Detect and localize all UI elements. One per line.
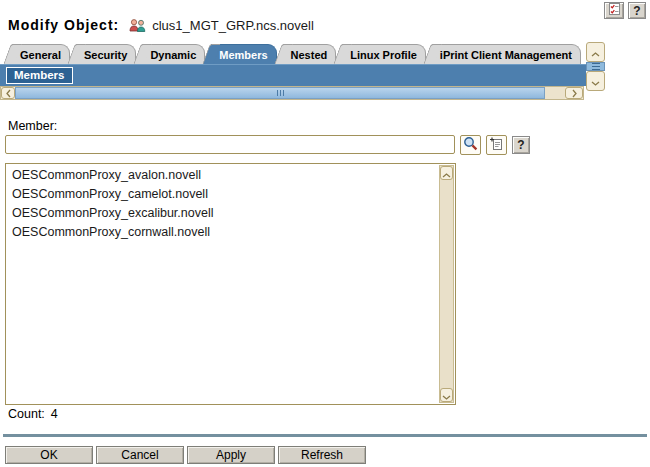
chevron-down-icon — [442, 386, 451, 404]
tab-nested[interactable]: Nested — [283, 44, 337, 64]
list-scroll-track[interactable] — [440, 180, 453, 388]
members-section-bar: Members — [0, 64, 586, 86]
magnifier-icon — [463, 136, 478, 154]
members-subtab[interactable]: Members — [6, 67, 73, 84]
tab-scroll-down-button[interactable] — [586, 71, 605, 91]
footer-buttons: OKCancelApplyRefresh — [5, 446, 366, 464]
tab-overflow-scrollbar — [586, 42, 605, 84]
chevron-up-icon — [591, 43, 600, 61]
modify-object-window: ? Modify Object: clus1_MGT_GRP.ncs.novel… — [0, 0, 650, 467]
tab-security[interactable]: Security — [76, 44, 136, 64]
chevron-down-icon — [591, 72, 600, 90]
object-history-button[interactable] — [486, 135, 507, 155]
horizontal-scroll-thumb[interactable] — [15, 87, 545, 99]
footer-divider — [3, 434, 647, 437]
tab-linux-profile[interactable]: Linux Profile — [342, 44, 426, 64]
section-horizontal-scrollbar — [0, 86, 584, 100]
cancel-button[interactable]: Cancel — [96, 446, 184, 464]
scroll-left-button[interactable] — [1, 87, 15, 99]
list-item[interactable]: OESCommonProxy_avalon.novell — [6, 166, 439, 185]
count-label: Count: — [8, 407, 45, 421]
scroll-right-button[interactable] — [565, 87, 583, 99]
member-help-button[interactable]: ? — [512, 136, 530, 154]
tab-iprint-client-management[interactable]: iPrint Client Management — [432, 44, 581, 64]
refresh-button[interactable]: Refresh — [278, 446, 366, 464]
list-vertical-scrollbar — [439, 165, 454, 403]
page-title: Modify Object: — [8, 17, 119, 33]
member-field-label: Member: — [8, 119, 57, 133]
list-item[interactable]: OESCommonProxy_cornwall.novell — [6, 223, 439, 242]
tab-general[interactable]: General — [12, 44, 70, 64]
list-scroll-up-button[interactable] — [440, 166, 453, 180]
window-toolbar: ? — [604, 2, 646, 19]
tab-scroll-up-button[interactable] — [586, 42, 605, 62]
tab-bar: GeneralSecurityDynamicMembersNestedLinux… — [6, 44, 584, 64]
group-object-icon — [128, 18, 147, 33]
count-value: 4 — [51, 407, 58, 421]
window-help-button[interactable]: ? — [628, 2, 646, 19]
member-list: OESCommonProxy_avalon.novellOESCommonPro… — [6, 166, 439, 404]
member-input[interactable] — [5, 135, 455, 154]
checklist-icon — [608, 2, 621, 19]
horizontal-scroll-track[interactable] — [545, 87, 565, 99]
chevron-left-icon — [6, 84, 11, 102]
count-row: Count:4 — [8, 407, 58, 421]
list-scroll-down-button[interactable] — [440, 388, 453, 402]
tab-dynamic[interactable]: Dynamic — [142, 44, 205, 64]
apply-button[interactable]: Apply — [187, 446, 275, 464]
list-item[interactable]: OESCommonProxy_excalibur.novell — [6, 204, 439, 223]
tab-scroll-thumb[interactable] — [586, 62, 605, 71]
list-item[interactable]: OESCommonProxy_camelot.novell — [6, 185, 439, 204]
chevron-right-icon — [572, 84, 577, 102]
history-page-icon — [489, 136, 504, 154]
task-checklist-button[interactable] — [604, 2, 624, 19]
tab-members[interactable]: Members — [211, 44, 276, 64]
object-name: clus1_MGT_GRP.ncs.novell — [152, 18, 314, 33]
member-listbox: OESCommonProxy_avalon.novellOESCommonPro… — [5, 163, 456, 405]
object-selector-button[interactable] — [460, 135, 481, 155]
page-header: Modify Object: clus1_MGT_GRP.ncs.novell — [8, 17, 314, 33]
ok-button[interactable]: OK — [5, 446, 93, 464]
